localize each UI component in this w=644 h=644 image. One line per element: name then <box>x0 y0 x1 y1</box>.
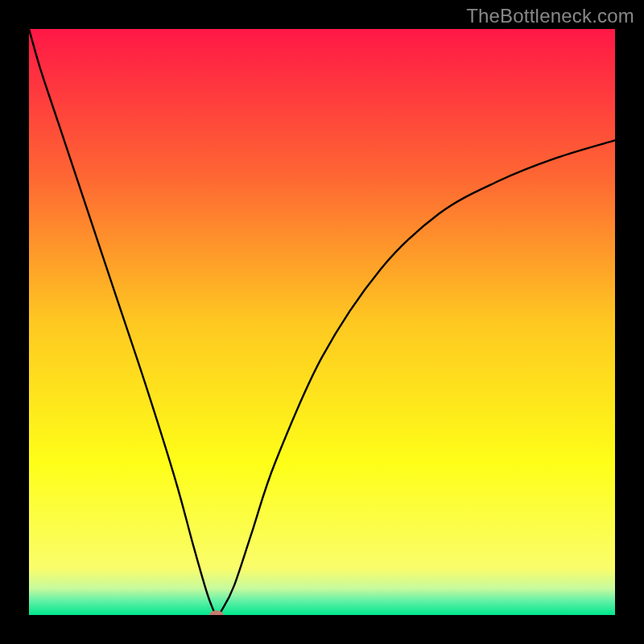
chart-background-gradient <box>29 29 615 615</box>
watermark-text: TheBottleneck.com <box>466 5 634 27</box>
chart-container: TheBottleneck.com <box>0 0 644 644</box>
chart-plot-area <box>29 29 615 615</box>
chart-svg <box>29 29 615 615</box>
